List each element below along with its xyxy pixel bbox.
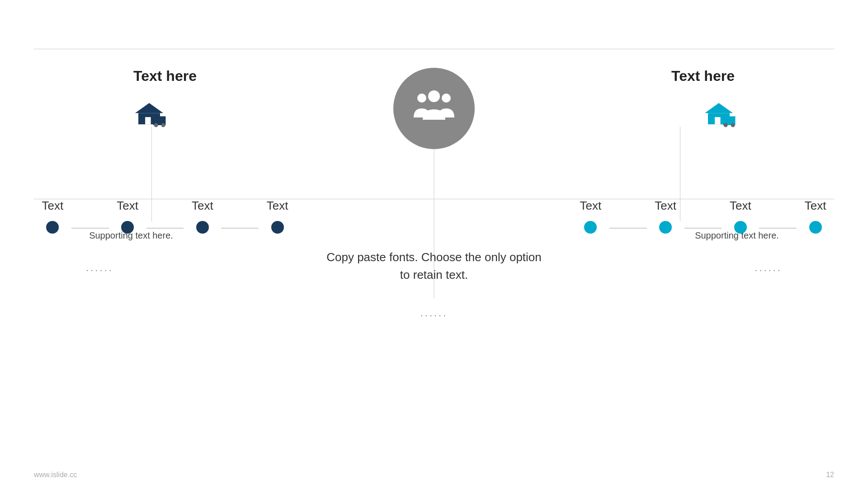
center-dots-placeholder: ......	[420, 307, 448, 319]
svg-point-2	[428, 90, 440, 102]
svg-marker-3	[135, 103, 163, 113]
right-dot-label-2: Text	[655, 199, 676, 213]
svg-point-9	[161, 123, 165, 127]
right-section-title: Text here	[572, 68, 834, 84]
right-dot-item-3: Text	[722, 199, 759, 234]
right-supporting-text: Supporting text here.	[671, 230, 802, 241]
right-dot-label-3: Text	[730, 199, 751, 213]
left-dots-placeholder: ......	[86, 262, 113, 274]
right-dot-circle-1	[584, 221, 597, 234]
left-dot-label-3: Text	[192, 199, 213, 213]
svg-rect-12	[715, 117, 720, 124]
right-house-truck-icon	[701, 99, 737, 129]
left-connector-2	[146, 228, 184, 229]
right-dots-placeholder: ......	[755, 262, 782, 274]
left-section: Text here	[34, 68, 296, 94]
svg-marker-10	[705, 103, 733, 113]
right-section: Text here	[572, 68, 834, 94]
left-dot-item-4: Text	[259, 199, 296, 234]
left-dot-label-4: Text	[267, 199, 288, 213]
center-circle	[393, 68, 475, 149]
left-dot-circle-3	[196, 221, 209, 234]
right-connector-1	[609, 228, 647, 229]
right-connector-2	[684, 228, 722, 229]
left-dot-circle-4	[271, 221, 284, 234]
right-dot-item-1: Text	[572, 199, 609, 234]
footer-website: www.islide.cc	[34, 471, 77, 479]
left-dots-row: Text Text Text Text	[34, 199, 296, 234]
left-dot-item-2: Text	[109, 199, 146, 234]
left-dot-label-2: Text	[117, 199, 138, 213]
right-dot-label-4: Text	[805, 199, 826, 213]
right-connector-3	[759, 228, 797, 229]
right-dots-row: Text Text Text Text	[572, 199, 834, 234]
left-connector-1	[71, 228, 109, 229]
left-house-truck-icon	[131, 99, 167, 129]
people-group-icon	[409, 84, 459, 133]
center-text-line2: to retain text.	[400, 268, 468, 282]
footer-page-number: 12	[826, 471, 834, 479]
left-dot-item-1: Text	[34, 199, 71, 234]
svg-rect-5	[145, 117, 151, 124]
svg-point-15	[724, 123, 728, 127]
center-text-line1: Copy paste fonts. Choose the only option	[326, 250, 542, 264]
left-connector-3	[221, 228, 259, 229]
main-content: Text here Text	[0, 54, 868, 488]
svg-point-1	[442, 94, 451, 103]
top-decorative-line	[34, 49, 834, 49]
left-section-title: Text here	[34, 68, 296, 84]
right-dot-label-1: Text	[580, 199, 602, 213]
left-dot-label-1: Text	[42, 199, 64, 213]
right-dot-item-4: Text	[797, 199, 834, 234]
right-dot-circle-2	[659, 221, 672, 234]
right-dot-circle-4	[809, 221, 822, 234]
left-icon-container	[131, 99, 167, 131]
svg-point-0	[417, 94, 426, 103]
left-dot-item-3: Text	[184, 199, 221, 234]
left-supporting-text: Supporting text here.	[66, 230, 197, 241]
right-icon-container	[701, 99, 737, 131]
svg-point-8	[154, 123, 158, 127]
left-dot-circle-1	[46, 221, 59, 234]
right-dot-item-2: Text	[647, 199, 684, 234]
center-bottom-text: Copy paste fonts. Choose the only option…	[298, 249, 570, 284]
svg-point-16	[731, 123, 735, 127]
